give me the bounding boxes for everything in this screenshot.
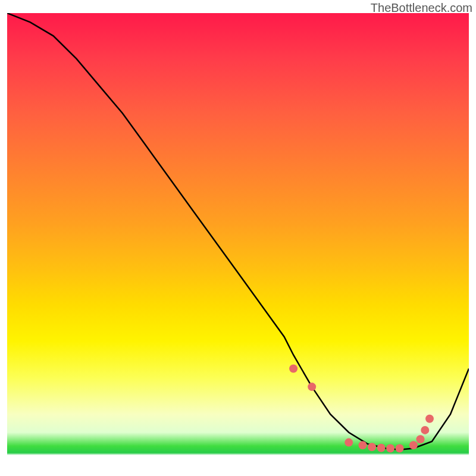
watermark-label: TheBottleneck.com [371,1,472,15]
data-marker [308,383,316,391]
chart-svg [7,13,469,469]
data-marker [377,444,386,452]
data-marker [396,444,404,453]
data-marker [425,415,434,423]
chart-line [7,13,469,450]
data-marker [386,444,394,453]
data-marker [368,443,376,451]
data-marker [416,435,425,443]
data-marker [421,426,429,434]
data-marker [359,441,367,449]
data-marker [345,439,353,447]
data-marker [289,365,298,373]
chart-container: TheBottleneck.com [0,0,476,476]
data-marker [409,441,418,449]
chart-markers [289,365,434,453]
